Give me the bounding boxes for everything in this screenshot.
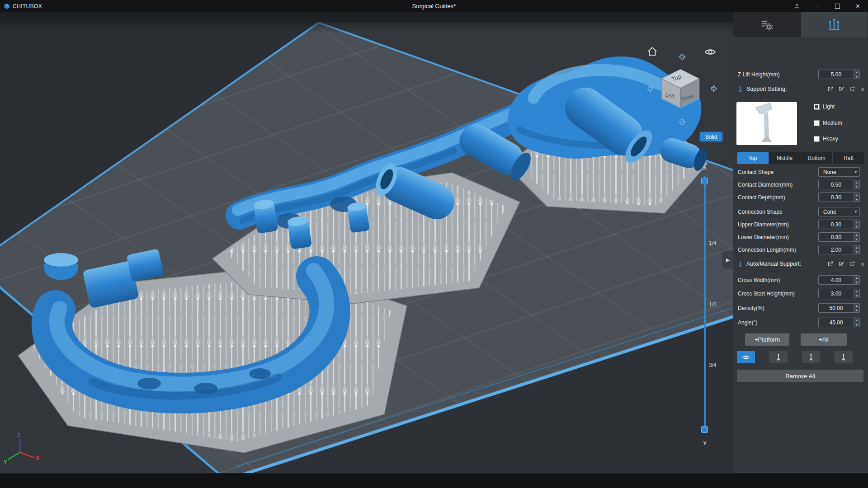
support-section-tabs: Top Middle Bottom Raft — [737, 152, 864, 164]
titlebar: CHITUBOX Surgical Guides* × — [0, 0, 868, 12]
angle-input: ▴▾ — [818, 318, 860, 327]
stepper-up-icon[interactable]: ▴ — [854, 180, 859, 185]
tab-support-settings[interactable] — [801, 12, 868, 37]
z-slice-handle-bottom[interactable] — [701, 426, 708, 433]
slider-down-icon[interactable]: ∨ — [700, 439, 709, 446]
stepper-up-icon[interactable]: ▴ — [854, 233, 859, 237]
checkbox-mark — [815, 105, 818, 108]
stepper[interactable]: ▴▾ — [854, 220, 859, 229]
rotate-left-arrow-icon[interactable] — [646, 84, 656, 94]
tab-raft[interactable]: Raft — [833, 152, 864, 164]
reset-settings-icon[interactable] — [849, 86, 855, 92]
auto-manual-support-header: Auto/Manual Support: ∧ — [733, 258, 868, 270]
stepper-down-icon[interactable]: ▾ — [854, 225, 859, 229]
stepper[interactable]: ▴▾ — [854, 180, 859, 189]
z-slice-handle-top[interactable] — [701, 178, 708, 184]
stepper-up-icon[interactable]: ▴ — [854, 318, 859, 323]
tab-print-settings[interactable] — [733, 12, 801, 37]
angle-row: Angle(°) ▴▾ — [733, 317, 868, 328]
close-icon: × — [856, 3, 860, 10]
z-lift-height-value[interactable] — [819, 70, 854, 79]
medium-checkbox[interactable] — [814, 120, 820, 126]
stepper-up-icon[interactable]: ▴ — [854, 220, 859, 225]
stepper-up-icon[interactable]: ▴ — [854, 289, 859, 294]
export-settings-icon[interactable] — [827, 261, 834, 267]
contact-diameter-input: ▴▾ — [818, 180, 860, 189]
upper-diameter-row: Upper Diameter(mm) ▴▾ — [733, 219, 868, 230]
reset-settings-icon[interactable] — [849, 261, 855, 267]
contact-shape-select[interactable]: None ▼ — [818, 167, 860, 177]
collapse-section-icon[interactable]: ∧ — [860, 86, 864, 92]
viewport-3d[interactable]: Top Left Front Solid ∧ ∨ 1/4 1/2 3/4 ▶ Z… — [0, 12, 733, 473]
stepper[interactable]: ▴▾ — [854, 233, 859, 241]
stepper-down-icon[interactable]: ▾ — [854, 280, 859, 285]
stepper-up-icon[interactable]: ▴ — [854, 193, 859, 197]
stepper-up-icon[interactable]: ▴ — [854, 70, 859, 75]
density-option-heavy[interactable]: Heavy — [814, 135, 838, 143]
home-view-icon[interactable] — [646, 46, 658, 57]
maximize-icon — [835, 4, 840, 9]
nav-cube[interactable]: Top Left Front — [656, 66, 705, 112]
lower-diameter-row: Lower Diameter(mm) ▴▾ — [733, 231, 868, 243]
connection-length-input: ▴▾ — [818, 245, 860, 254]
add-platform-supports-button[interactable]: +Platform — [745, 333, 789, 346]
remove-all-button[interactable]: Remove All — [737, 370, 863, 382]
heavy-label: Heavy — [823, 136, 838, 142]
visibility-icon[interactable] — [704, 46, 717, 58]
stepper-down-icon[interactable]: ▾ — [854, 323, 859, 327]
add-all-supports-button[interactable]: +All — [801, 333, 847, 346]
panel-expand-arrow-icon[interactable]: ▶ — [722, 251, 733, 269]
render-mode-badge[interactable]: Solid — [700, 132, 722, 141]
stepper-up-icon[interactable]: ▴ — [854, 245, 859, 250]
tab-bottom[interactable]: Bottom — [801, 152, 833, 164]
stepper-down-icon[interactable]: ▾ — [854, 250, 859, 254]
rotate-right-arrow-icon[interactable] — [709, 84, 719, 94]
stepper-down-icon[interactable]: ▾ — [854, 294, 859, 298]
support-setting-title: Support Setting: — [746, 86, 787, 92]
collapse-section-icon[interactable]: ∧ — [860, 261, 864, 267]
edit-support-button[interactable] — [802, 351, 820, 363]
account-button[interactable] — [787, 0, 807, 12]
density-option-medium[interactable]: Medium — [814, 119, 842, 127]
stepper[interactable]: ▴▾ — [854, 304, 859, 312]
show-supports-button[interactable] — [737, 351, 755, 363]
stepper[interactable]: ▴▾ — [854, 289, 859, 298]
slider-label-half: 1/2 — [709, 301, 717, 308]
stepper[interactable]: ▴▾ — [854, 318, 859, 327]
stepper-down-icon[interactable]: ▾ — [854, 185, 859, 189]
support-pin-icon — [774, 353, 783, 361]
rotate-up-arrow-icon[interactable] — [677, 52, 687, 62]
density-option-light[interactable]: Light — [814, 103, 835, 111]
heavy-checkbox[interactable] — [814, 136, 820, 142]
stepper-down-icon[interactable]: ▾ — [854, 75, 859, 79]
stepper[interactable]: ▴▾ — [854, 193, 859, 202]
edit-settings-icon[interactable] — [838, 86, 844, 92]
connection-shape-select[interactable]: Cone ▼ — [818, 207, 860, 216]
connection-length-row: Connection Length(mm) ▴▾ — [733, 244, 868, 256]
chevron-down-icon: ▼ — [854, 210, 858, 214]
light-checkbox[interactable] — [814, 104, 820, 110]
add-support-button[interactable] — [769, 351, 788, 363]
stepper-down-icon[interactable]: ▾ — [854, 197, 859, 202]
stepper[interactable]: ▴▾ — [854, 70, 859, 79]
tab-middle[interactable]: Middle — [769, 152, 801, 164]
cross-start-height-row: Cross Start Height(mm) ▴▾ — [733, 288, 868, 300]
maximize-button[interactable] — [827, 0, 848, 12]
stepper[interactable]: ▴▾ — [854, 276, 859, 284]
export-settings-icon[interactable] — [827, 86, 834, 92]
minimize-button[interactable] — [807, 0, 827, 12]
edit-settings-icon[interactable] — [838, 261, 844, 267]
stepper-down-icon[interactable]: ▾ — [854, 308, 859, 313]
stepper-down-icon[interactable]: ▾ — [854, 237, 859, 242]
z-lift-height-input: ▴▾ — [818, 70, 860, 79]
tab-top[interactable]: Top — [737, 152, 769, 164]
stepper-up-icon[interactable]: ▴ — [854, 304, 859, 308]
delete-support-button[interactable] — [835, 351, 853, 363]
slider-up-icon[interactable]: ∧ — [700, 164, 709, 171]
z-slice-slider-track[interactable] — [704, 176, 706, 429]
medium-label: Medium — [823, 120, 842, 126]
rotate-down-arrow-icon[interactable] — [677, 117, 687, 127]
stepper[interactable]: ▴▾ — [854, 245, 859, 254]
close-button[interactable]: × — [848, 0, 868, 12]
stepper-up-icon[interactable]: ▴ — [854, 276, 859, 280]
